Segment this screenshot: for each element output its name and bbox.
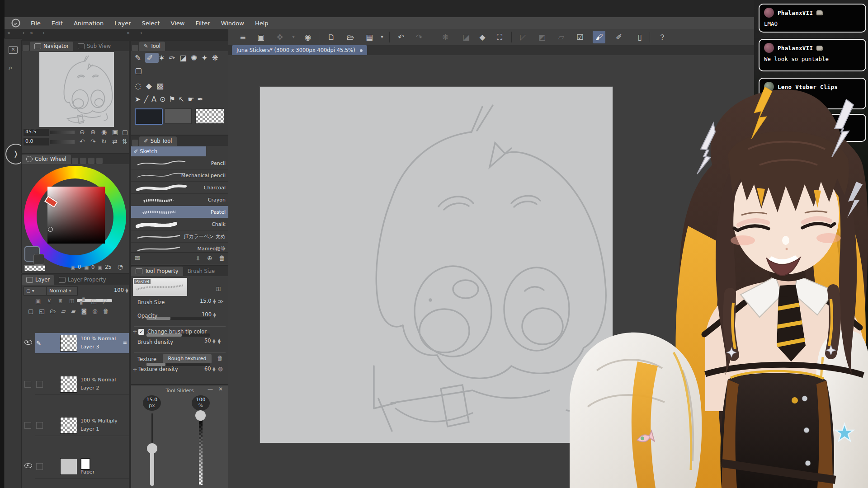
clip-studio-share-icon[interactable]: ✥ [274,31,286,43]
close-icon[interactable]: ✕ [218,386,223,392]
subtool-brush-charcoal[interactable]: Charcoal [131,182,228,194]
size-slider-knob[interactable] [147,443,157,454]
rotate-ccw-icon[interactable]: ↶ [80,138,85,145]
panel-menu-icon[interactable] [23,45,29,51]
flip-horizontal-icon[interactable]: ⇄ [112,138,118,145]
tool-row-object[interactable]: ➤╱A⊙⚑↖☛✒ [135,95,207,103]
tab-layer-property[interactable]: Layer Property [54,275,110,285]
canvas[interactable] [260,87,613,443]
tip-color-checkbox[interactable]: ✓ [138,329,144,335]
expand-right-icon[interactable]: › [23,30,24,36]
sub-color-chip[interactable] [165,108,192,124]
collapse-small-icon[interactable]: ‹ [42,30,44,36]
collapse-left-icon[interactable]: « [7,30,10,36]
tool-row-fill[interactable]: ◌◆▩ [135,81,168,90]
selection-tool-icon[interactable]: ▢ [135,66,142,75]
tab-history-icon[interactable] [96,158,103,164]
transparent-color-swatch[interactable] [24,265,45,271]
clip-studio-paint-icon[interactable]: ◉ [302,31,314,43]
menu-edit[interactable]: Edit [47,19,67,28]
opacity-slider-track[interactable] [199,417,203,485]
sv-cursor[interactable] [48,227,53,232]
menu-filter[interactable]: Filter [191,19,214,28]
color-options-icon[interactable]: ◔ [118,263,123,270]
subtool-brush-jt-color-pen[interactable]: JTカラーペン 太め [131,230,228,243]
add-to-sliders-icon[interactable]: ✛ [133,367,137,373]
zoom-value-field[interactable]: 45.5 [24,129,49,136]
search-icon[interactable]: ⌕ [9,63,13,72]
tab-tool-property[interactable]: Tool Property [131,267,183,276]
layer-toolbar-row1[interactable]: ▣⊻♜⚿▞◫◸ [35,298,126,305]
flip-vertical-icon[interactable]: ⇅ [122,138,127,145]
copy-subtool-icon[interactable]: ⊕ [207,254,212,262]
layer-row-paper[interactable]: Paper [35,456,129,479]
tab-brush-size[interactable]: Brush Size [183,267,219,276]
zoom-slider[interactable] [50,131,75,134]
tab-color-wheel[interactable]: Color Wheel [22,155,71,164]
tab-sub-tool[interactable]: ✐Sub Tool [139,136,177,146]
layer-row-layer2[interactable]: 100 % Normal Layer 2 [35,374,129,395]
delete-subtool-icon[interactable]: 🗑 [219,254,225,262]
transparent-chip[interactable] [195,108,224,124]
save-chevron-icon[interactable]: ▾ [376,31,388,43]
collapse-tool2-icon[interactable]: ‹ [140,30,142,36]
reset-rotation-icon[interactable]: ↻ [101,138,107,145]
collapse-left2-icon[interactable]: « [30,30,33,36]
texture-select-button[interactable]: Rough textured [163,354,212,363]
fit-screen-icon[interactable]: ▣ [112,128,118,136]
menu-help[interactable]: Help [250,19,273,28]
layer-thumbnail[interactable] [61,418,77,433]
layer-name[interactable]: Layer 2 [80,385,99,391]
zoom-in-icon[interactable]: ⊕ [90,128,96,136]
tool-sliders-titlebar[interactable]: Tool Sliders — ✕ [131,385,228,394]
layer-row-layer1[interactable]: 100 % Multiply Layer 1 [35,415,129,436]
tab-layer[interactable]: Layer [22,275,54,285]
hide-palettes-icon[interactable]: ✕ [9,46,18,54]
layer-name[interactable]: Layer 1 [80,426,99,432]
panel-menu-icon[interactable] [132,45,138,51]
brush-size-value[interactable]: 15.0 ▲▼ [200,298,216,304]
tab-color-set-icon[interactable] [80,158,86,164]
menu-window[interactable]: Window [217,19,249,28]
frame-icon[interactable]: ▱ [555,31,567,43]
minimize-icon[interactable]: — [208,386,213,392]
document-tab[interactable]: Juna Stickers* (3000 x 3000px 400dpi 45.… [232,45,367,55]
paper-thumbnail[interactable] [61,459,77,474]
undo-icon[interactable]: ↶ [395,31,407,43]
brush-density-value[interactable]: 50 ▲▼ [204,338,215,344]
collapse-tool-icon[interactable]: « [127,30,130,36]
tab-color-slider-icon[interactable] [72,158,78,164]
visibility-checkbox[interactable] [24,422,31,429]
menu-layer[interactable]: Layer [110,19,135,28]
subtool-brush-mechanical-pencil[interactable]: Mechanical pencil [131,169,228,182]
brush-tool-icon[interactable]: 🖌 [593,31,605,43]
tab-tool[interactable]: ✎Tool [139,42,165,51]
tab-sub-view[interactable]: Sub View [73,42,115,51]
panel-menu-icon[interactable] [132,140,138,146]
main-color-chip[interactable] [135,108,163,125]
save-icon[interactable]: ▦ [363,31,376,43]
rotate-cw-icon[interactable]: ↷ [90,138,96,145]
subtool-brush-crayon[interactable]: Crayon [131,194,228,206]
menu-select[interactable]: Select [137,19,164,28]
size-dynamics-icon[interactable]: ≫ [218,298,224,305]
layer-toolbar-row2[interactable]: ▢◱🗁▱▰◙◎🗑 [28,308,127,314]
chevron-down-icon[interactable]: ▾ [287,31,300,43]
subtool-brush-pencil[interactable]: Pencil [131,157,228,169]
tool-row-pens[interactable]: ✎✐✶✑◪✺✦❋ [135,53,222,62]
subtool-group-sketch[interactable]: ✐ Sketch [131,146,206,156]
zoom-out-icon[interactable]: ⊖ [80,128,85,136]
visibility-eye-icon[interactable] [24,340,32,346]
gradient-icon[interactable]: ◩ [536,31,548,43]
new-document-icon[interactable]: 🗋 [325,31,338,43]
brush-density-slider[interactable] [146,363,210,366]
layer-row-layer3[interactable]: ✎ 100 % Normal Layer 3 ≡ [35,333,129,354]
layer-name[interactable]: Paper [80,469,94,475]
rotate-value-field[interactable]: 0.0 [24,138,49,145]
redo-icon[interactable]: ↷ [413,31,425,43]
delete-icon[interactable]: ◪ [460,31,472,43]
layer-name[interactable]: Layer 3 [80,344,99,350]
add-to-sliders-icon[interactable]: ✛ [133,329,137,335]
menu-animation[interactable]: Animation [69,19,108,28]
visibility-eye-icon[interactable] [24,463,32,469]
